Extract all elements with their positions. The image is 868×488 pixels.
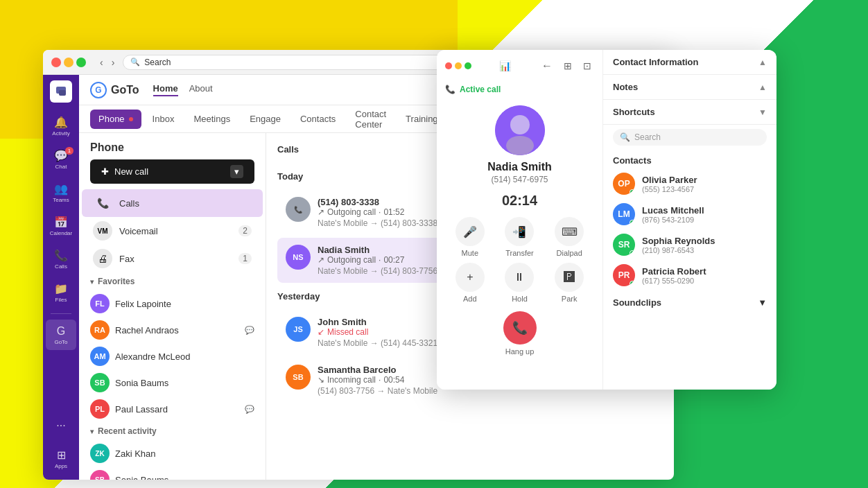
sidebar-label-goto: GoTo <box>54 339 67 345</box>
mute-icon[interactable]: 🎤 <box>455 217 485 246</box>
hold-button[interactable]: ⏸ Hold <box>498 263 542 303</box>
dialpad-label: Dialpad <box>557 249 582 257</box>
dialpad-icon[interactable]: ⌨ <box>555 217 584 246</box>
chat-badge: 1 <box>65 147 73 155</box>
call-panel: 📊 ← ⊞ ⊡ 📞 Active call Nadia Smith (514) … <box>437 50 603 390</box>
files-icon: 📁 <box>54 282 68 295</box>
olivia-number: (555) 123-4567 <box>642 185 767 193</box>
shortcuts-header[interactable]: Shortcuts ▼ <box>603 100 776 124</box>
forward-arrow[interactable]: › <box>109 55 118 69</box>
add-icon[interactable]: + <box>455 263 485 292</box>
goto-logo-g: G <box>90 82 107 98</box>
tab-contact-center[interactable]: Contact Center <box>347 110 394 129</box>
call-expand-btn[interactable]: ⊞ <box>561 58 575 74</box>
fax-nav-item[interactable]: 🖨 Fax 1 <box>82 245 263 272</box>
add-label: Add <box>463 295 477 303</box>
contact-rachel-avatar: RA <box>90 320 110 340</box>
favorites-section-header[interactable]: ▾ Favorites <box>79 272 266 290</box>
maximize-button[interactable] <box>76 58 86 67</box>
tab-meetings[interactable]: Meetings <box>185 110 238 129</box>
contact-rachel-msg-icon: 💬 <box>245 326 254 335</box>
nav-arrows: ‹ › <box>97 55 117 69</box>
soundclips-label: Soundclips <box>613 297 661 308</box>
park-icon[interactable]: 🅿 <box>555 263 584 292</box>
notes-header[interactable]: Notes ▲ <box>603 75 776 99</box>
hangup-label: Hang up <box>505 347 535 356</box>
call-type-text-samantha: Incoming call <box>327 375 376 385</box>
recent-label: Recent activity <box>98 426 157 436</box>
goto-nav-home[interactable]: Home <box>153 83 178 96</box>
soundclips-section[interactable]: Soundclips ▼ <box>603 290 776 315</box>
mute-button[interactable]: 🎤 Mute <box>448 217 492 257</box>
contact-sonia-recent[interactable]: SB Sonia Baums <box>79 467 266 480</box>
sidebar-item-chat[interactable]: 1 💬 Chat <box>46 144 76 175</box>
tab-meetings-label: Meetings <box>193 114 230 124</box>
lucas-online-dot <box>630 220 635 225</box>
contact-info-section: Contact Information ▲ <box>603 50 776 75</box>
voicemail-nav-label: Voicemail <box>119 226 232 236</box>
fax-count: 1 <box>238 253 252 264</box>
new-call-dropdown-arrow[interactable]: ▾ <box>230 165 243 178</box>
outgoing-icon-nadia: ↗ <box>318 255 324 265</box>
tab-contacts[interactable]: Contacts <box>292 110 344 129</box>
call-dot-yellow <box>455 62 462 69</box>
calls-nav-item[interactable]: 📞 Calls <box>82 189 263 217</box>
contact-card-lucas-info: Lucas Mitchell (876) 543-2109 <box>642 205 767 224</box>
minimize-button[interactable] <box>64 58 73 67</box>
sidebar-item-activity[interactable]: 🔔 Activity <box>46 111 76 141</box>
sidebar-label-calls: Calls <box>55 263 67 270</box>
sidebar-item-calendar[interactable]: 📅 Calendar <box>46 211 76 241</box>
sidebar-item-files[interactable]: 📁 Files <box>46 277 76 308</box>
sidebar-item-teams[interactable]: 👥 Teams <box>46 177 76 208</box>
mute-label: Mute <box>462 249 478 257</box>
contact-alexandre[interactable]: AM Alexandre McLeod <box>79 343 266 369</box>
call-duration-514: 01:52 <box>383 207 404 217</box>
contact-paul[interactable]: PL Paul Lassard 💬 <box>79 396 266 422</box>
info-panel: Contact Information ▲ Notes ▲ Shortcuts … <box>603 50 776 390</box>
favorites-chevron: ▾ <box>90 278 94 286</box>
call-dot-red <box>445 62 452 69</box>
call-back-button[interactable]: ← <box>539 57 555 75</box>
tab-engage[interactable]: Engage <box>241 110 289 129</box>
call-minimize-btn[interactable]: ⊡ <box>580 58 594 74</box>
calls-nav-label: Calls <box>119 198 252 209</box>
transfer-button[interactable]: 📲 Transfer <box>498 217 542 257</box>
info-search[interactable]: 🔍 Search <box>613 129 767 146</box>
contact-info-header[interactable]: Contact Information ▲ <box>603 50 776 74</box>
calendar-icon: 📅 <box>54 216 68 229</box>
goto-nav-about[interactable]: About <box>189 83 213 96</box>
park-button[interactable]: 🅿 Park <box>547 263 591 303</box>
contact-card-patricia[interactable]: PR Patricia Robert (617) 555-0290 <box>603 260 776 290</box>
sidebar-item-more[interactable]: ··· <box>46 410 76 441</box>
call-person-number: (514) 547-6975 <box>491 175 548 184</box>
call-timer: 02:14 <box>502 193 537 209</box>
contact-zaki[interactable]: ZK Zaki Khan <box>79 440 266 467</box>
contact-rachel[interactable]: RA Rachel Andraos 💬 <box>79 317 266 343</box>
voicemail-nav-item[interactable]: VM Voicemail 2 <box>82 217 263 245</box>
hold-icon[interactable]: ⏸ <box>505 263 534 292</box>
sidebar-item-goto[interactable]: G GoTo <box>46 320 76 350</box>
contact-sonia-fav[interactable]: SB Sonia Baums <box>79 369 266 396</box>
sidebar-item-calls[interactable]: 📞 Calls <box>46 244 76 274</box>
window-controls <box>51 58 86 67</box>
contact-card-olivia-avatar: OP <box>613 173 635 195</box>
sidebar-item-apps[interactable]: ⊞ Apps <box>46 444 76 474</box>
add-button[interactable]: + Add <box>448 263 492 303</box>
tab-phone[interactable]: Phone <box>90 110 141 129</box>
contact-card-lucas[interactable]: LM Lucas Mitchell (876) 543-2109 <box>603 199 776 229</box>
hangup-button[interactable]: 📞 <box>503 311 537 345</box>
contact-card-olivia[interactable]: OP Olivia Parker (555) 123-4567 <box>603 168 776 199</box>
recent-section-header[interactable]: ▾ Recent activity <box>79 422 266 440</box>
tab-inbox[interactable]: Inbox <box>144 110 183 129</box>
contact-felix[interactable]: FL Felix Lapointe <box>79 290 266 317</box>
contact-card-sophia-info: Sophia Reynolds (210) 987-6543 <box>642 236 767 254</box>
contact-card-sophia[interactable]: SR Sophia Reynolds (210) 987-6543 <box>603 229 776 260</box>
new-call-button[interactable]: ✚ New call ▾ <box>90 159 254 184</box>
back-arrow[interactable]: ‹ <box>97 55 106 69</box>
contacts-section-label: Contacts <box>603 150 776 168</box>
transfer-icon[interactable]: 📲 <box>505 217 534 246</box>
dialpad-button[interactable]: ⌨ Dialpad <box>547 217 591 257</box>
close-button[interactable] <box>51 58 61 67</box>
teams-logo <box>50 80 72 103</box>
contact-felix-avatar: FL <box>90 294 110 313</box>
